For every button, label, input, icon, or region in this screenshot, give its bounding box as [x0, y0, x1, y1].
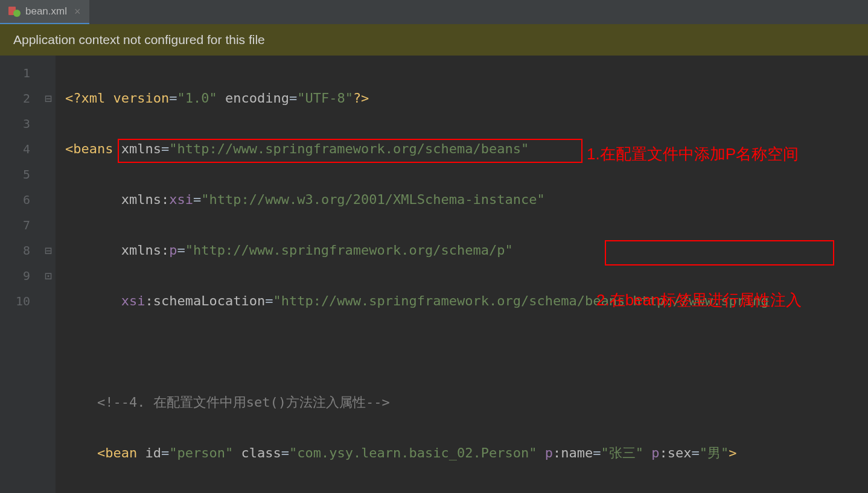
line-number[interactable]: 6 [0, 187, 30, 212]
fold-gutter: ⊟ ⊟ ⊡ [41, 56, 56, 493]
fold-collapse-icon[interactable]: ⊟ [41, 86, 56, 111]
line-number[interactable]: 9 [0, 263, 30, 288]
line-number[interactable]: 4 [0, 136, 30, 162]
line-number[interactable]: 1 [0, 60, 30, 86]
line-number[interactable]: 8 [0, 238, 30, 263]
line-number[interactable]: 2 [0, 86, 30, 111]
fold-collapse-icon[interactable]: ⊟ [41, 238, 56, 263]
editor-tab[interactable]: bean.xml × [0, 0, 89, 24]
fold-expand-icon[interactable]: ⊡ [41, 263, 56, 288]
code-content[interactable]: <?xml version="1.0" encoding="UTF-8"?> <… [56, 56, 868, 493]
line-number[interactable]: 5 [0, 162, 30, 187]
line-number[interactable]: 7 [0, 212, 30, 238]
annotation-text-2: 2.在bean标签里进行属性注入 [596, 287, 802, 313]
annotation-text-1: 1.在配置文件中添加P名称空间 [587, 141, 799, 167]
close-tab-icon[interactable]: × [74, 5, 81, 18]
banner-text: Application context not configured for t… [13, 33, 265, 46]
line-number[interactable]: 10 [0, 288, 30, 314]
line-number[interactable]: 3 [0, 111, 30, 136]
editor-area: 1 2 3 4 5 6 7 8 9 10 ⊟ ⊟ ⊡ <?xml version… [0, 56, 868, 493]
line-number-gutter: 1 2 3 4 5 6 7 8 9 10 [0, 56, 41, 493]
svg-point-1 [13, 10, 21, 17]
tab-bar: bean.xml × [0, 0, 868, 24]
context-banner[interactable]: Application context not configured for t… [0, 24, 868, 56]
tab-filename: bean.xml [25, 5, 67, 17]
spring-file-icon [8, 5, 21, 17]
